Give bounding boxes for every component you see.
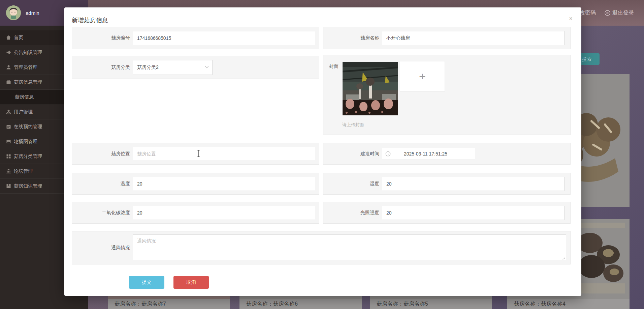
app-root: 改密码 退出登录 搜索: [0, 0, 644, 309]
room-name-input[interactable]: [382, 31, 565, 45]
field-room-location: 菇房位置: [72, 143, 319, 165]
sidebar-item-label: 菇房知识管理: [14, 183, 42, 189]
sidebar-item-label: 菇房信息: [15, 94, 34, 100]
ventilation-textarea[interactable]: [133, 234, 566, 260]
chevron-down-icon: [205, 66, 209, 68]
carousel-image-icon: [6, 139, 11, 144]
build-time-value: 2025-03-11 17:51:25: [404, 151, 447, 157]
room-no-input[interactable]: [133, 31, 315, 45]
temperature-input[interactable]: [133, 177, 315, 191]
reservation-icon: [6, 124, 11, 129]
megaphone-icon: [6, 50, 11, 55]
change-password-label: 改密码: [580, 9, 596, 17]
room-category-selected-value: 菇房分类2: [137, 64, 159, 71]
cover-image: [343, 62, 398, 115]
card-title-text: 菇房名称：菇房名称5: [377, 301, 428, 307]
change-password-link[interactable]: 改密码: [580, 9, 596, 17]
humidity-input[interactable]: [382, 177, 565, 191]
cancel-button[interactable]: 取消: [173, 276, 209, 289]
co2-label: 二氧化碳浓度: [72, 210, 130, 216]
room-category-select[interactable]: 菇房分类2: [133, 60, 213, 75]
clock-icon: [385, 151, 391, 157]
ventilation-textarea-wrap: [133, 234, 566, 261]
field-light: 光照强度: [323, 202, 571, 224]
sidebar-item-label: 在线预约管理: [14, 124, 42, 130]
field-humidity: 湿度: [323, 173, 571, 195]
avatar-image: [6, 5, 21, 20]
briefcase-icon: [6, 80, 11, 85]
knowledge-grid-icon: [6, 184, 11, 189]
sidebar-item-label: 管理员管理: [14, 64, 37, 71]
plus-icon: +: [419, 71, 426, 82]
add-room-modal: 新增菇房信息 × 菇房编号 菇房名称 菇房分类 菇房分类2 封面: [64, 7, 581, 296]
field-ventilation: 通风情况: [72, 231, 571, 264]
logout-label: 退出登录: [612, 9, 634, 17]
sidebar-item-label: 公告知识管理: [14, 50, 42, 56]
close-icon[interactable]: ×: [569, 16, 573, 22]
category-grid-icon: [6, 154, 11, 159]
field-cover: 封面: [323, 55, 571, 135]
card-title-text: 菇房名称：菇房名称4: [514, 301, 566, 307]
room-category-label: 菇房分类: [72, 64, 130, 71]
build-time-input[interactable]: 2025-03-11 17:51:25: [382, 148, 475, 160]
submit-button[interactable]: 提交: [129, 276, 164, 289]
sidebar-item-label: 用户管理: [14, 109, 33, 115]
bg-card-title-6: 菇房名称：菇房名称6: [239, 299, 362, 309]
field-co2: 二氧化碳浓度: [72, 202, 319, 224]
bg-card-title-5: 菇房名称：菇房名称5: [370, 299, 492, 309]
cover-upload-box[interactable]: +: [400, 61, 445, 91]
card-title-text: 菇房名称：菇房名称6: [246, 301, 298, 307]
sidebar-item-label: 论坛管理: [14, 168, 33, 174]
room-location-input[interactable]: [133, 147, 315, 161]
sidebar-item-label: 首页: [14, 35, 23, 41]
field-build-time: 建造时间 2025-03-11 17:51:25: [323, 143, 571, 165]
humidity-label: 湿度: [323, 181, 379, 187]
bg-card-title-4: 菇房名称：菇房名称4: [507, 299, 630, 309]
cover-label: 封面: [329, 63, 339, 69]
sidebar-item-label: 菇房分类管理: [14, 153, 42, 160]
card-title-text: 菇房名称：菇房名称7: [115, 301, 166, 307]
light-input[interactable]: [382, 206, 565, 220]
co2-input[interactable]: [133, 206, 315, 220]
cover-thumbnail[interactable]: [343, 62, 398, 115]
build-time-label: 建造时间: [323, 151, 379, 157]
cover-upload-hint: 请上传封面: [342, 122, 364, 128]
username: admin: [26, 10, 39, 16]
room-name-label: 菇房名称: [323, 35, 379, 41]
forum-bank-icon: [6, 169, 11, 174]
field-room-category: 菇房分类 菇房分类2: [72, 56, 319, 79]
field-room-no: 菇房编号: [72, 27, 319, 49]
person-icon: [6, 109, 11, 114]
avatar[interactable]: [6, 5, 21, 20]
light-label: 光照强度: [323, 210, 379, 216]
temperature-label: 温度: [72, 181, 130, 187]
room-no-label: 菇房编号: [72, 35, 130, 41]
ventilation-label: 通风情况: [72, 245, 130, 251]
logout-link[interactable]: 退出登录: [605, 9, 634, 17]
topbar-right: 改密码 退出登录: [580, 0, 634, 26]
field-room-name: 菇房名称: [323, 27, 571, 49]
room-location-label: 菇房位置: [72, 151, 130, 157]
sidebar-item-label: 菇房信息管理: [14, 79, 42, 85]
sidebar-item-label: 轮播图管理: [14, 139, 37, 145]
logout-circle-x-icon: [605, 10, 610, 16]
bg-card-title-7: 菇房名称：菇房名称7: [108, 299, 230, 309]
home-icon: [6, 35, 11, 40]
modal-title: 新增菇房信息: [72, 16, 108, 24]
field-temperature: 温度: [72, 173, 319, 195]
admin-person-icon: [6, 65, 11, 70]
